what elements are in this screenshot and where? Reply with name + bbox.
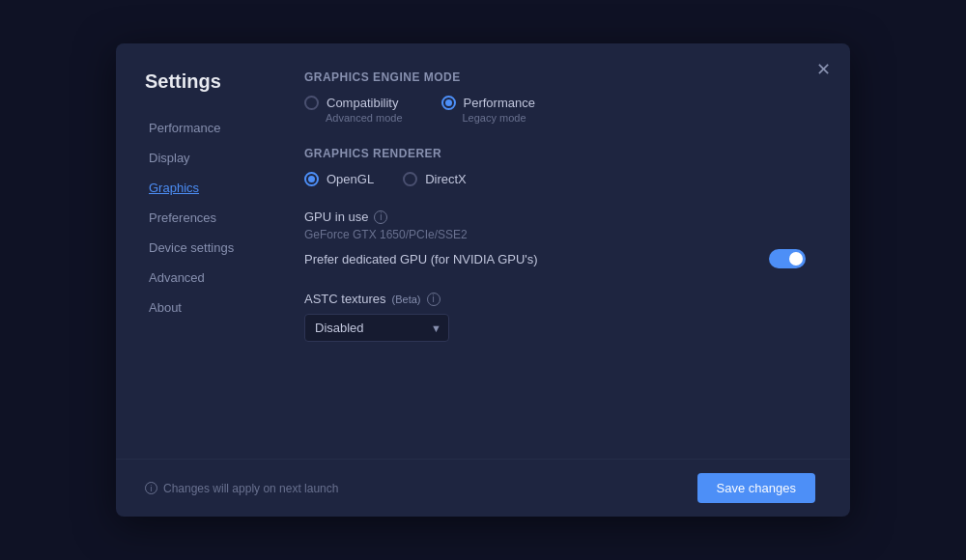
engine-mode-label-compatibility: Compatibility	[327, 96, 398, 110]
engine-mode-sublabel-performance: Legacy mode	[463, 112, 535, 124]
modal-overlay: ✕ Settings Performance Display Graphics …	[0, 0, 966, 560]
prefer-gpu-toggle[interactable]	[769, 249, 806, 268]
sidebar-item-graphics[interactable]: Graphics	[145, 174, 285, 202]
engine-mode-sublabel-compatibility: Advanced mode	[326, 112, 403, 124]
sidebar: Settings Performance Display Graphics Pr…	[116, 43, 285, 459]
gpu-info-icon[interactable]: i	[374, 210, 387, 224]
renderer-radio-opengl[interactable]	[304, 172, 319, 186]
sidebar-item-device-settings[interactable]: Device settings	[145, 234, 285, 262]
engine-mode-label-performance: Performance	[464, 96, 535, 110]
astc-info-icon[interactable]: i	[427, 293, 440, 306]
main-content: Graphics engine mode Compatibility Advan…	[285, 43, 850, 459]
renderer-option-opengl: OpenGL	[304, 172, 374, 186]
engine-mode-title: Graphics engine mode	[304, 70, 815, 84]
renderer-label-opengl: OpenGL	[327, 172, 374, 186]
engine-mode-radio-performance[interactable]	[441, 96, 456, 110]
gpu-label: GPU in use	[304, 210, 368, 224]
astc-beta-label: (Beta)	[392, 294, 421, 305]
astc-dropdown[interactable]: Disabled Enabled	[304, 314, 449, 342]
renderer-title: Graphics renderer	[304, 147, 815, 160]
gpu-label-row: GPU in use i	[304, 210, 815, 224]
footer-note-icon: i	[145, 482, 157, 494]
engine-mode-options: Compatibility Advanced mode Performance …	[304, 96, 815, 124]
footer-note-text: Changes will apply on next launch	[163, 482, 338, 495]
modal-body: Settings Performance Display Graphics Pr…	[116, 43, 850, 459]
sidebar-item-display[interactable]: Display	[145, 144, 285, 172]
astc-label-row: ASTC textures (Beta) i	[304, 292, 815, 306]
sidebar-item-advanced[interactable]: Advanced	[145, 264, 285, 292]
settings-modal: ✕ Settings Performance Display Graphics …	[116, 43, 850, 517]
close-button[interactable]: ✕	[812, 57, 835, 82]
modal-footer: i Changes will apply on next launch Save…	[116, 459, 850, 517]
renderer-section: Graphics renderer OpenGL DirectX	[304, 147, 815, 186]
engine-mode-option-compatibility: Compatibility Advanced mode	[304, 96, 403, 124]
astc-dropdown-wrapper: Disabled Enabled ▼	[304, 314, 449, 342]
renderer-options: OpenGL DirectX	[304, 172, 815, 186]
renderer-label-directx: DirectX	[425, 172, 467, 186]
astc-section: ASTC textures (Beta) i Disabled Enabled …	[304, 292, 815, 342]
engine-mode-section: Graphics engine mode Compatibility Advan…	[304, 70, 815, 124]
gpu-value: GeForce GTX 1650/PCIe/SSE2	[304, 228, 815, 241]
prefer-gpu-label: Prefer dedicated GPU (for NVIDIA GPU's)	[304, 252, 538, 266]
renderer-option-directx: DirectX	[403, 172, 467, 186]
astc-label: ASTC textures	[304, 292, 386, 306]
engine-mode-radio-compatibility[interactable]	[304, 96, 319, 110]
sidebar-item-performance[interactable]: Performance	[145, 114, 285, 142]
settings-title: Settings	[145, 70, 285, 93]
prefer-gpu-row: Prefer dedicated GPU (for NVIDIA GPU's)	[304, 249, 815, 268]
footer-note: i Changes will apply on next launch	[145, 482, 682, 495]
gpu-section: GPU in use i GeForce GTX 1650/PCIe/SSE2 …	[304, 210, 815, 268]
sidebar-item-about[interactable]: About	[145, 294, 285, 322]
renderer-radio-directx[interactable]	[403, 172, 417, 186]
engine-mode-option-performance: Performance Legacy mode	[441, 96, 535, 124]
sidebar-item-preferences[interactable]: Preferences	[145, 204, 285, 232]
save-changes-button[interactable]: Save changes	[697, 473, 815, 503]
